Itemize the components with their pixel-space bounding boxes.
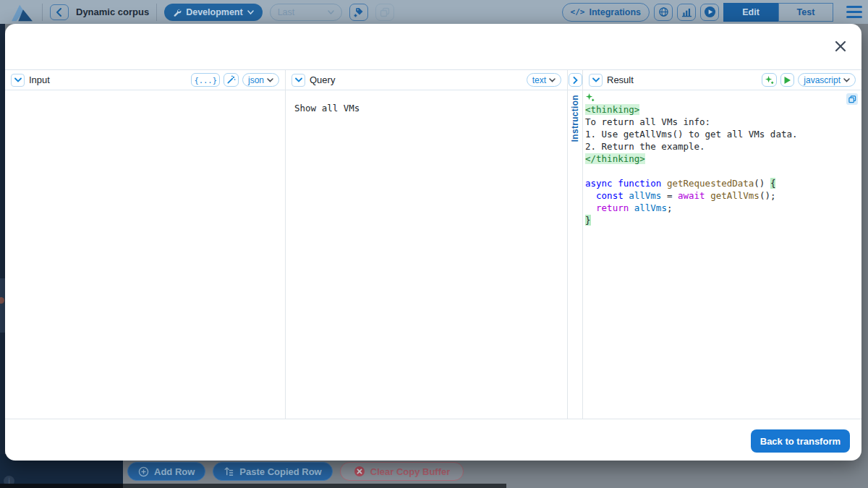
integrations-button[interactable]: </> Integrations — [562, 3, 650, 22]
input-panel-title: Input — [29, 74, 50, 85]
paste-copied-row-label: Paste Copied Row — [239, 466, 321, 477]
background-table-actions: Add Row Paste Copied Row Clear Copy Buff… — [127, 462, 464, 481]
query-format-value: text — [532, 75, 546, 85]
edit-test-toggle: Edit Test — [723, 3, 833, 22]
last-select-value: Last — [278, 7, 295, 17]
plus-circle-icon — [138, 466, 149, 477]
query-panel: Query text Show all VMs — [286, 70, 568, 419]
close-button[interactable] — [833, 38, 848, 54]
development-label: Development — [186, 7, 243, 17]
chevron-down-icon — [592, 77, 600, 82]
instruction-tab[interactable]: Instruction — [570, 95, 580, 142]
sparkles-icon[interactable] — [585, 93, 595, 102]
copy-icon — [848, 95, 856, 103]
input-panel-header: Input {...} json — [5, 70, 285, 90]
result-editor[interactable]: <thinking>To return all VMs info:1. Use … — [583, 90, 861, 419]
background-footer-dark — [0, 484, 123, 488]
clear-copy-buffer-button[interactable]: Clear Copy Buffer — [340, 462, 464, 481]
wrench-icon — [173, 8, 182, 17]
query-text: Show all VMs — [294, 103, 359, 114]
transform-preview-modal: Input {...} json — [5, 24, 861, 461]
copy-button[interactable] — [375, 4, 394, 21]
magic-wand-icon — [226, 75, 236, 85]
generate-button[interactable] — [762, 73, 777, 87]
modal-footer: Back to transform — [5, 420, 861, 461]
input-format-select[interactable]: json — [242, 73, 279, 87]
chevron-down-icon — [295, 77, 302, 82]
result-header-actions: javascript — [762, 73, 856, 87]
chevron-down-icon — [247, 10, 254, 14]
analytics-button[interactable] — [677, 4, 696, 21]
integrations-label: Integrations — [589, 7, 641, 17]
result-panel-title: Result — [607, 74, 634, 85]
topbar-divider — [42, 4, 43, 21]
input-collapse-toggle[interactable] — [11, 74, 25, 87]
result-collapse-toggle[interactable] — [589, 74, 603, 87]
run-button[interactable] — [700, 4, 719, 21]
breadcrumb: Dynamic corpus — [76, 7, 149, 17]
query-header-actions: text — [527, 73, 561, 87]
copy-icon — [380, 7, 390, 17]
app-screen: Dynamic corpus Development Last — [0, 0, 868, 488]
query-panel-title: Query — [310, 74, 335, 85]
input-format-value: json — [248, 75, 264, 85]
close-icon — [834, 40, 847, 53]
chevron-down-icon — [328, 10, 334, 14]
x-circle-icon — [354, 466, 365, 477]
topbar-divider — [156, 4, 157, 21]
background-footer-strip — [0, 484, 506, 488]
copy-result-button[interactable] — [846, 93, 858, 105]
play-circle-icon — [704, 6, 716, 18]
chevron-right-icon — [573, 77, 578, 84]
add-tag-button[interactable] — [349, 4, 368, 21]
input-panel: Input {...} json — [5, 70, 286, 419]
run-result-button[interactable] — [780, 73, 794, 87]
chevron-down-icon — [267, 78, 273, 82]
last-select[interactable]: Last — [270, 4, 342, 21]
back-to-transform-button[interactable]: Back to transform — [751, 429, 850, 453]
result-panel-header: Result — [583, 70, 861, 90]
topbar-left-group: Dynamic corpus Development Last — [9, 0, 394, 24]
magic-wand-button[interactable] — [224, 73, 239, 87]
input-header-actions: {...} json — [191, 73, 279, 87]
clear-copy-buffer-label: Clear Copy Buffer — [370, 466, 451, 477]
query-format-select[interactable]: text — [527, 73, 561, 87]
edit-tab[interactable]: Edit — [723, 3, 778, 22]
development-dropdown[interactable]: Development — [164, 4, 263, 21]
instruction-strip-header — [568, 70, 582, 90]
panel-area: Input {...} json — [5, 69, 861, 419]
sparkles-icon — [765, 75, 774, 85]
paste-copied-row-button[interactable]: Paste Copied Row — [213, 462, 332, 481]
sidebar-highlight — [0, 278, 5, 333]
add-row-button[interactable]: Add Row — [127, 462, 205, 481]
expand-panel-button[interactable] — [569, 73, 582, 87]
braces-button[interactable]: {...} — [191, 73, 220, 87]
result-panel: Result — [583, 70, 861, 419]
globe-icon — [658, 7, 669, 17]
app-logo[interactable] — [9, 2, 35, 22]
paste-icon — [224, 466, 234, 477]
tag-plus-icon — [353, 7, 365, 18]
result-format-select[interactable]: javascript — [798, 73, 856, 87]
query-editor[interactable]: Show all VMs — [286, 90, 567, 419]
chevron-down-icon — [14, 77, 22, 82]
globe-button[interactable] — [654, 4, 673, 21]
input-editor[interactable] — [5, 90, 285, 419]
back-button[interactable] — [50, 4, 69, 20]
background-left-sidebar — [0, 24, 5, 461]
instruction-strip: Instruction — [568, 70, 583, 419]
chevron-down-icon — [843, 78, 850, 82]
add-row-label: Add Row — [154, 466, 195, 477]
query-collapse-toggle[interactable] — [292, 74, 305, 87]
query-panel-header: Query text — [286, 70, 567, 90]
bar-chart-icon — [681, 7, 692, 17]
chevron-down-icon — [549, 78, 556, 82]
result-code-lines: <thinking>To return all VMs info:1. Use … — [585, 103, 859, 226]
topbar: Dynamic corpus Development Last — [0, 0, 868, 24]
hamburger-menu-icon[interactable] — [846, 6, 862, 18]
play-icon — [783, 76, 791, 85]
test-tab[interactable]: Test — [778, 3, 833, 22]
topbar-right-group: </> Integrations — [562, 0, 862, 24]
code-brackets-icon: </> — [571, 7, 585, 17]
chevron-left-icon — [56, 8, 63, 17]
